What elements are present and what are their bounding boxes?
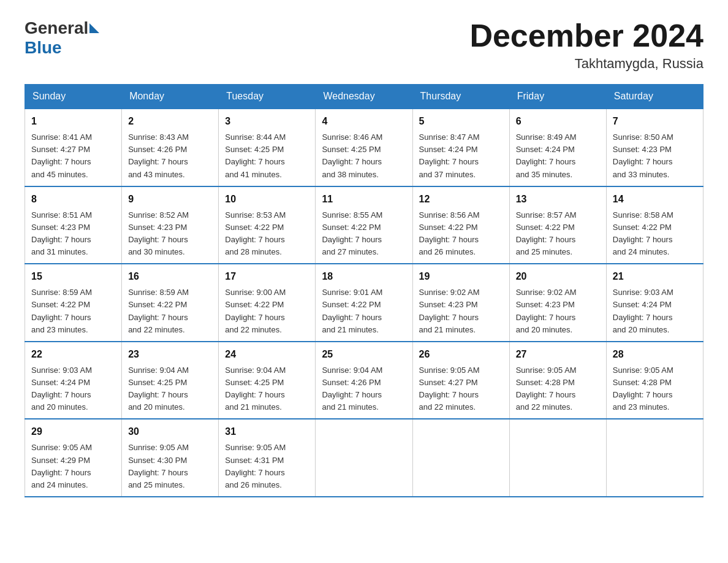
month-title: December 2024 [469, 18, 703, 53]
day-number: 26 [419, 347, 503, 362]
day-number: 31 [225, 424, 309, 439]
day-info: Sunrise: 8:59 AMSunset: 4:22 PMDaylight:… [128, 286, 212, 336]
day-info: Sunrise: 8:46 AMSunset: 4:25 PMDaylight:… [322, 131, 406, 181]
day-info: Sunrise: 8:41 AMSunset: 4:27 PMDaylight:… [31, 131, 115, 181]
calendar-cell [412, 419, 509, 497]
calendar-header-row: SundayMondayTuesdayWednesdayThursdayFrid… [25, 85, 703, 109]
calendar-cell: 18Sunrise: 9:01 AMSunset: 4:22 PMDayligh… [316, 264, 412, 342]
day-number: 15 [31, 269, 115, 284]
day-info: Sunrise: 8:43 AMSunset: 4:26 PMDaylight:… [128, 131, 212, 181]
calendar-cell: 11Sunrise: 8:55 AMSunset: 4:22 PMDayligh… [316, 186, 412, 264]
day-number: 30 [128, 424, 212, 439]
calendar-week-row: 29Sunrise: 9:05 AMSunset: 4:29 PMDayligh… [25, 419, 703, 497]
calendar-cell [316, 419, 412, 497]
day-info: Sunrise: 8:58 AMSunset: 4:22 PMDaylight:… [613, 209, 697, 259]
calendar-cell: 27Sunrise: 9:05 AMSunset: 4:28 PMDayligh… [509, 342, 606, 419]
calendar-week-row: 22Sunrise: 9:03 AMSunset: 4:24 PMDayligh… [25, 342, 703, 419]
day-number: 14 [613, 192, 697, 207]
day-number: 20 [516, 269, 600, 284]
day-info: Sunrise: 9:05 AMSunset: 4:31 PMDaylight:… [225, 442, 309, 491]
weekday-header-tuesday: Tuesday [219, 85, 316, 109]
day-number: 12 [419, 192, 503, 207]
calendar-cell: 9Sunrise: 8:52 AMSunset: 4:23 PMDaylight… [122, 186, 219, 264]
title-section: December 2024 Takhtamygda, Russia [469, 18, 703, 72]
weekday-header-sunday: Sunday [25, 85, 122, 109]
calendar-cell: 2Sunrise: 8:43 AMSunset: 4:26 PMDaylight… [122, 109, 219, 186]
day-number: 5 [419, 114, 503, 129]
calendar-week-row: 1Sunrise: 8:41 AMSunset: 4:27 PMDaylight… [25, 109, 703, 186]
day-info: Sunrise: 8:49 AMSunset: 4:24 PMDaylight:… [516, 131, 600, 181]
day-info: Sunrise: 8:44 AMSunset: 4:25 PMDaylight:… [225, 131, 309, 181]
calendar-cell: 6Sunrise: 8:49 AMSunset: 4:24 PMDaylight… [509, 109, 606, 186]
day-info: Sunrise: 9:05 AMSunset: 4:27 PMDaylight:… [419, 364, 503, 414]
calendar-table: SundayMondayTuesdayWednesdayThursdayFrid… [25, 84, 703, 497]
calendar-cell: 15Sunrise: 8:59 AMSunset: 4:22 PMDayligh… [25, 264, 122, 342]
calendar-week-row: 15Sunrise: 8:59 AMSunset: 4:22 PMDayligh… [25, 264, 703, 342]
calendar-cell: 30Sunrise: 9:05 AMSunset: 4:30 PMDayligh… [122, 419, 219, 497]
day-info: Sunrise: 9:03 AMSunset: 4:24 PMDaylight:… [31, 364, 115, 414]
day-info: Sunrise: 9:05 AMSunset: 4:30 PMDaylight:… [128, 442, 212, 491]
calendar-cell: 23Sunrise: 9:04 AMSunset: 4:25 PMDayligh… [122, 342, 219, 419]
day-info: Sunrise: 9:03 AMSunset: 4:24 PMDaylight:… [613, 286, 697, 336]
day-number: 29 [31, 424, 115, 439]
day-number: 23 [128, 347, 212, 362]
calendar-cell: 21Sunrise: 9:03 AMSunset: 4:24 PMDayligh… [606, 264, 703, 342]
day-info: Sunrise: 8:52 AMSunset: 4:23 PMDaylight:… [128, 209, 212, 259]
calendar-cell: 3Sunrise: 8:44 AMSunset: 4:25 PMDaylight… [219, 109, 316, 186]
calendar-cell: 16Sunrise: 8:59 AMSunset: 4:22 PMDayligh… [122, 264, 219, 342]
day-number: 1 [31, 114, 115, 129]
calendar-cell: 22Sunrise: 9:03 AMSunset: 4:24 PMDayligh… [25, 342, 122, 419]
calendar-cell: 7Sunrise: 8:50 AMSunset: 4:23 PMDaylight… [606, 109, 703, 186]
calendar-cell: 20Sunrise: 9:02 AMSunset: 4:23 PMDayligh… [509, 264, 606, 342]
day-number: 25 [322, 347, 406, 362]
logo-general-text: General [25, 18, 88, 38]
calendar-cell: 12Sunrise: 8:56 AMSunset: 4:22 PMDayligh… [412, 186, 509, 264]
day-number: 7 [613, 114, 697, 129]
day-number: 10 [225, 192, 309, 207]
day-number: 22 [31, 347, 115, 362]
day-info: Sunrise: 8:53 AMSunset: 4:22 PMDaylight:… [225, 209, 309, 259]
location: Takhtamygda, Russia [469, 56, 703, 72]
weekday-header-friday: Friday [509, 85, 606, 109]
day-info: Sunrise: 8:51 AMSunset: 4:23 PMDaylight:… [31, 209, 115, 259]
day-info: Sunrise: 8:47 AMSunset: 4:24 PMDaylight:… [419, 131, 503, 181]
day-number: 21 [613, 269, 697, 284]
calendar-cell: 19Sunrise: 9:02 AMSunset: 4:23 PMDayligh… [412, 264, 509, 342]
calendar-week-row: 8Sunrise: 8:51 AMSunset: 4:23 PMDaylight… [25, 186, 703, 264]
day-number: 18 [322, 269, 406, 284]
day-info: Sunrise: 9:02 AMSunset: 4:23 PMDaylight:… [419, 286, 503, 336]
weekday-header-wednesday: Wednesday [316, 85, 412, 109]
day-info: Sunrise: 8:59 AMSunset: 4:22 PMDaylight:… [31, 286, 115, 336]
day-info: Sunrise: 9:01 AMSunset: 4:22 PMDaylight:… [322, 286, 406, 336]
calendar-cell: 1Sunrise: 8:41 AMSunset: 4:27 PMDaylight… [25, 109, 122, 186]
weekday-header-saturday: Saturday [606, 85, 703, 109]
calendar-cell: 24Sunrise: 9:04 AMSunset: 4:25 PMDayligh… [219, 342, 316, 419]
day-info: Sunrise: 9:05 AMSunset: 4:28 PMDaylight:… [516, 364, 600, 414]
calendar-cell: 17Sunrise: 9:00 AMSunset: 4:22 PMDayligh… [219, 264, 316, 342]
day-info: Sunrise: 8:57 AMSunset: 4:22 PMDaylight:… [516, 209, 600, 259]
day-number: 4 [322, 114, 406, 129]
calendar-cell: 29Sunrise: 9:05 AMSunset: 4:29 PMDayligh… [25, 419, 122, 497]
calendar-cell [606, 419, 703, 497]
day-number: 28 [613, 347, 697, 362]
calendar-cell: 10Sunrise: 8:53 AMSunset: 4:22 PMDayligh… [219, 186, 316, 264]
day-info: Sunrise: 8:56 AMSunset: 4:22 PMDaylight:… [419, 209, 503, 259]
logo: General Blue [25, 18, 100, 58]
day-number: 11 [322, 192, 406, 207]
day-info: Sunrise: 9:04 AMSunset: 4:25 PMDaylight:… [225, 364, 309, 414]
day-info: Sunrise: 9:02 AMSunset: 4:23 PMDaylight:… [516, 286, 600, 336]
day-number: 24 [225, 347, 309, 362]
logo-blue-text: Blue [25, 38, 62, 58]
day-info: Sunrise: 9:05 AMSunset: 4:28 PMDaylight:… [613, 364, 697, 414]
day-number: 8 [31, 192, 115, 207]
page-header: General Blue December 2024 Takhtamygda, … [25, 18, 703, 72]
day-number: 9 [128, 192, 212, 207]
day-number: 2 [128, 114, 212, 129]
calendar-cell: 13Sunrise: 8:57 AMSunset: 4:22 PMDayligh… [509, 186, 606, 264]
day-number: 16 [128, 269, 212, 284]
calendar-cell: 31Sunrise: 9:05 AMSunset: 4:31 PMDayligh… [219, 419, 316, 497]
day-number: 6 [516, 114, 600, 129]
calendar-cell: 28Sunrise: 9:05 AMSunset: 4:28 PMDayligh… [606, 342, 703, 419]
calendar-cell [509, 419, 606, 497]
day-number: 3 [225, 114, 309, 129]
